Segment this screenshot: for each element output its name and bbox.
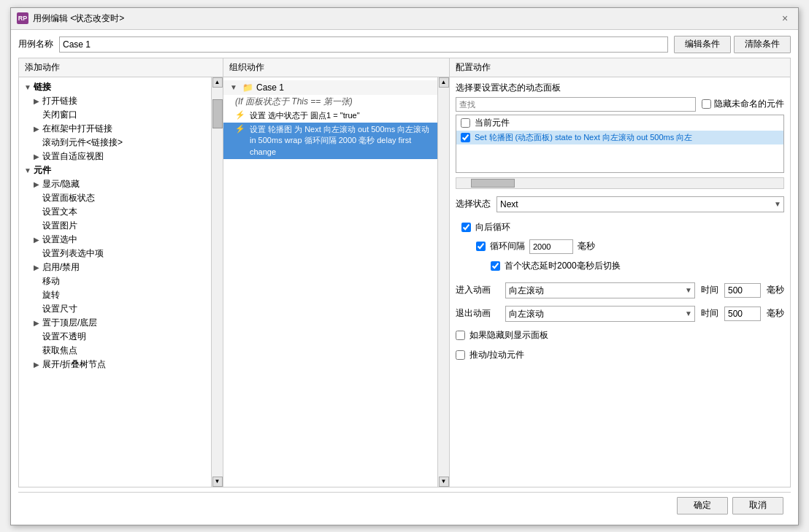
loop-interval-input[interactable]	[529, 239, 573, 254]
spacer7	[31, 277, 42, 285]
scroll-down-arrow[interactable]: ▼	[212, 477, 223, 487]
exit-time-unit: 毫秒	[767, 307, 784, 320]
show-if-hidden-row: 如果隐藏则显示面板	[456, 328, 784, 343]
tree-section-link[interactable]: ▼ 链接	[19, 80, 211, 94]
expand-icon-bring: ▶	[31, 319, 42, 327]
tree-item-bring-front-back[interactable]: ▶ 置于顶层/底层	[19, 316, 211, 330]
push-pull-checkbox[interactable]	[456, 350, 465, 360]
tree-item-set-list-select[interactable]: 设置列表选中项	[19, 247, 211, 261]
tree-item-scroll-to[interactable]: 滚动到元件<链接接>	[19, 136, 211, 150]
current-element-label: 当前元件	[475, 117, 510, 129]
case1-condition-text: (If 面板状态于 This == 第一张)	[235, 96, 353, 108]
enter-time-input[interactable]	[724, 283, 761, 298]
tree-item-show-hide[interactable]: ▶ 显示/隐藏	[19, 177, 211, 191]
tree-item-set-opacity[interactable]: 设置不透明	[19, 330, 211, 344]
cancel-button[interactable]: 取消	[732, 497, 783, 514]
ok-button[interactable]: 确定	[677, 497, 728, 514]
scroll-thumb[interactable]	[212, 99, 223, 128]
current-element-checkbox[interactable]	[461, 118, 470, 128]
tree-item-set-selected[interactable]: ▶ 设置选中	[19, 233, 211, 247]
loop-interval-row: 循环间隔 毫秒	[461, 238, 784, 255]
backward-loop-label: 向后循环	[475, 221, 510, 234]
state-select-wrapper: Next Previous 第一张 最后一张 ▼	[496, 196, 784, 212]
select-panel-section: 选择要设置状态的动态面板 隐藏未命名的元件	[456, 82, 784, 173]
spacer6	[31, 250, 42, 258]
tree-item-get-focus[interactable]: 获取焦点	[19, 344, 211, 358]
spacer	[31, 111, 42, 119]
case1-condition: (If 面板状态于 This == 第一张)	[223, 95, 437, 109]
tree-item-move[interactable]: 移动	[19, 274, 211, 288]
case-name-label: 用例名称	[18, 38, 53, 50]
tree-item-set-image[interactable]: 设置图片	[19, 219, 211, 233]
tree-item-set-text[interactable]: 设置文本	[19, 205, 211, 219]
push-pull-row: 推动/拉动元件	[456, 347, 784, 363]
right-panel-content: 选择要设置状态的动态面板 隐藏未命名的元件	[450, 77, 790, 487]
organize-action-content: ▼ 📁 Case 1 (If 面板状态于 This == 第一张) ⚡ 设置 选…	[223, 77, 437, 487]
clear-condition-button[interactable]: 清除条件	[734, 36, 791, 53]
window-title: 用例编辑 <状态改变时>	[33, 12, 773, 25]
add-action-content: ▼ 链接 ▶ 打开链接 关闭窗口 ▶ 在框架	[19, 77, 211, 487]
panel-carousel-checkbox[interactable]	[461, 133, 470, 142]
tree-item-set-adaptive[interactable]: ▶ 设置自适应视图	[19, 150, 211, 163]
tree-item-open-in-frame[interactable]: ▶ 在框架中打开链接	[19, 122, 211, 136]
enter-anim-select[interactable]: 向左滚动 向右滚动 向上滚动 向下滚动 淡入淡出	[505, 282, 695, 298]
show-if-hidden-checkbox[interactable]	[456, 331, 465, 340]
exit-anim-label: 退出动画	[456, 307, 499, 320]
tree-item-rotate[interactable]: 旋转	[19, 288, 211, 302]
configure-action-header: 配置动作	[450, 58, 790, 77]
panel-carousel-item[interactable]: Set 轮播图 (动态面板) state to Next 向左滚动 out 50…	[456, 131, 783, 144]
exit-anim-select[interactable]: 向左滚动 向右滚动 向上滚动 向下滚动 淡入淡出	[505, 306, 695, 322]
main-window: RP 用例编辑 <状态改变时> × 用例名称 编辑条件 清除条件 添加动作	[10, 7, 799, 525]
enter-anim-label: 进入动画	[456, 284, 499, 296]
edit-condition-button[interactable]: 编辑条件	[674, 36, 731, 53]
select-state-label: 选择状态	[456, 198, 491, 210]
tree-item-close-window[interactable]: 关闭窗口	[19, 108, 211, 122]
configure-action-panel: 配置动作 选择要设置状态的动态面板 隐藏未命名的元件	[450, 58, 790, 487]
tree-section-element[interactable]: ▼ 元件	[19, 163, 211, 177]
organize-action-panel: 组织动作 ▼ 📁 Case 1 (If 面板状态于 This == 第一张)	[223, 58, 450, 487]
mid-scroll-down[interactable]: ▼	[439, 477, 449, 487]
case-name-input[interactable]	[59, 36, 668, 53]
spacer2	[31, 139, 42, 147]
mid-scrollbar[interactable]: ▲ ▼	[437, 77, 449, 487]
action1-item[interactable]: ⚡ 设置 选中状态于 圆点1 = "true"	[223, 109, 437, 123]
tree-item-set-panel-state[interactable]: 设置面板状态	[19, 191, 211, 205]
spacer11	[31, 347, 42, 355]
loop-interval-label: 循环间隔	[490, 240, 525, 252]
first-state-delay-checkbox[interactable]	[491, 261, 500, 271]
h-scrollbar-thumb[interactable]	[471, 179, 515, 188]
current-element-item[interactable]: 当前元件	[456, 115, 783, 131]
action2-item[interactable]: ⚡ 设置 轮播图 为 Next 向左滚动 out 500ms 向左滚动 in 5…	[223, 123, 437, 159]
mid-scroll-up[interactable]: ▲	[439, 77, 449, 88]
expand-icon-link: ▼	[22, 83, 34, 91]
loop-interval-checkbox[interactable]	[476, 242, 486, 251]
add-action-panel: 添加动作 ▼ 链接 ▶ 打开链接	[19, 58, 223, 487]
tree-item-enable-disable[interactable]: ▶ 启用/禁用	[19, 261, 211, 274]
exit-time-label: 时间	[701, 307, 718, 320]
panel-list: 当前元件 Set 轮播图 (动态面板) state to Next 向左滚动 o…	[456, 115, 784, 173]
select-panel-title: 选择要设置状态的动态面板	[456, 82, 784, 94]
tree-item-open-link[interactable]: ▶ 打开链接	[19, 94, 211, 108]
expand-icon-open-link: ▶	[31, 97, 42, 105]
hide-unnamed-checkbox[interactable]	[702, 99, 711, 109]
spacer4	[31, 208, 42, 216]
enter-time-unit: 毫秒	[767, 284, 784, 296]
spacer3	[31, 194, 42, 202]
search-input[interactable]	[456, 97, 696, 112]
tree-item-set-size[interactable]: 设置尺寸	[19, 302, 211, 316]
tree-item-expand-collapse[interactable]: ▶ 展开/折叠树节点	[19, 358, 211, 371]
search-row: 隐藏未命名的元件	[456, 97, 784, 112]
organize-action-scroll: ▼ 📁 Case 1 (If 面板状态于 This == 第一张) ⚡ 设置 选…	[223, 77, 449, 487]
state-select[interactable]: Next Previous 第一张 最后一张	[496, 196, 784, 212]
three-column-layout: 添加动作 ▼ 链接 ▶ 打开链接	[18, 58, 791, 487]
left-scrollbar[interactable]: ▲ ▼	[211, 77, 223, 487]
scroll-up-arrow[interactable]: ▲	[212, 77, 223, 88]
horizontal-scrollbar[interactable]	[456, 177, 784, 189]
backward-loop-checkbox[interactable]	[461, 223, 471, 232]
expand-icon-set-selected: ▶	[31, 236, 42, 244]
hide-unnamed-label: 隐藏未命名的元件	[702, 98, 784, 110]
first-state-delay-label: 首个状态延时2000毫秒后切换	[505, 260, 621, 272]
exit-time-input[interactable]	[724, 307, 761, 321]
show-if-hidden-label: 如果隐藏则显示面板	[469, 329, 548, 342]
close-button[interactable]: ×	[778, 11, 792, 26]
